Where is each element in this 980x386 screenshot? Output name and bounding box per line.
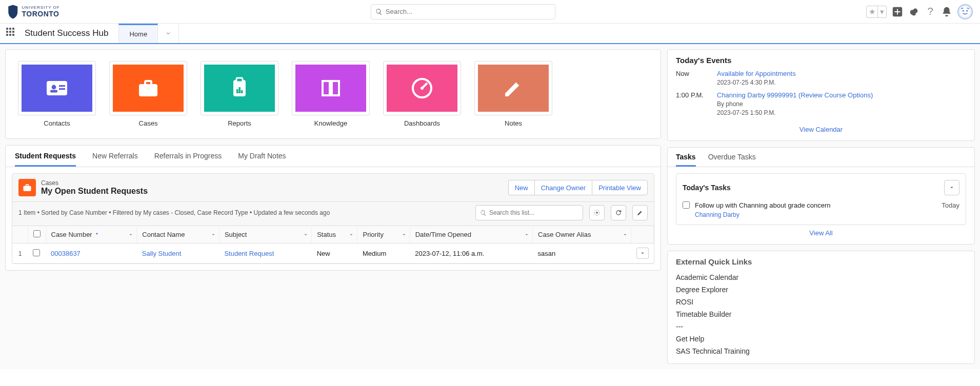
event-link[interactable]: Channing Darby 99999991 (Review Course O… xyxy=(717,91,873,99)
event-item: Now Available for Appointments 2023-07-2… xyxy=(676,70,966,86)
quick-link-divider: --- xyxy=(676,320,966,333)
col-case-number[interactable]: Case Number xyxy=(46,226,137,243)
svg-rect-17 xyxy=(238,87,241,93)
tasks-menu-button[interactable] xyxy=(944,180,959,195)
app-nav: Student Success Hub Home xyxy=(0,24,980,44)
tab-my-draft-notes[interactable]: My Draft Notes xyxy=(238,152,286,167)
tile-reports[interactable] xyxy=(201,61,278,115)
event-item: 1:00 P.M. Channing Darby 99999991 (Revie… xyxy=(676,91,966,116)
view-all-tasks-link[interactable]: View All xyxy=(809,229,832,237)
task-checkbox[interactable] xyxy=(683,201,690,209)
row-checkbox[interactable] xyxy=(33,249,40,256)
tile-label: Reports xyxy=(201,119,278,127)
quick-links-card: External Quick Links Academic Calendar D… xyxy=(667,251,975,364)
col-status[interactable]: Status xyxy=(312,226,357,243)
salesforce-setup-icon[interactable] xyxy=(908,6,919,17)
notifications-icon[interactable] xyxy=(941,6,952,17)
user-avatar[interactable] xyxy=(957,4,973,19)
org-logo[interactable]: UNIVERSITY OF TORONTO xyxy=(7,4,60,19)
event-link[interactable]: Available for Appointments xyxy=(717,70,796,77)
col-opened[interactable]: Date/Time Opened xyxy=(410,226,532,243)
task-text: Follow up with Channing about grade conc… xyxy=(695,201,936,209)
quick-link[interactable]: ROSI xyxy=(676,296,966,308)
svg-rect-16 xyxy=(236,89,238,93)
add-icon[interactable] xyxy=(892,6,903,17)
app-launcher-icon[interactable] xyxy=(6,28,17,39)
events-title: Today's Events xyxy=(676,56,966,65)
new-button[interactable]: New xyxy=(508,180,534,195)
listview-search[interactable] xyxy=(475,205,583,220)
tile-label: Notes xyxy=(474,119,552,127)
owner-cell: sasan xyxy=(533,243,631,263)
global-header: UNIVERSITY OF TORONTO ★▾ ? xyxy=(0,0,980,24)
global-search-input[interactable] xyxy=(386,8,551,15)
home-tiles: Contacts Cases Reports Knowledge Dashboa… xyxy=(5,49,661,139)
help-icon[interactable]: ? xyxy=(925,6,936,17)
task-related-link[interactable]: Channing Darby xyxy=(695,211,739,218)
org-sup: UNIVERSITY OF xyxy=(22,5,60,10)
quick-link[interactable]: Degree Explorer xyxy=(676,283,966,296)
svg-point-23 xyxy=(596,212,598,214)
change-owner-button[interactable]: Change Owner xyxy=(534,180,592,195)
svg-rect-22 xyxy=(26,185,29,186)
refresh-icon[interactable] xyxy=(611,205,626,220)
tab-student-requests[interactable]: Student Requests xyxy=(15,152,76,167)
org-name: TORONTO xyxy=(22,10,60,18)
quick-link[interactable]: SAS Technical Training xyxy=(676,345,966,357)
view-calendar-link[interactable]: View Calendar xyxy=(799,126,843,133)
listview-settings-icon[interactable] xyxy=(589,205,605,220)
svg-point-3 xyxy=(912,12,915,15)
quick-link[interactable]: Timetable Builder xyxy=(676,308,966,320)
svg-point-8 xyxy=(52,85,56,90)
tab-nav-chevron[interactable] xyxy=(158,24,179,43)
tab-home[interactable]: Home xyxy=(118,24,158,43)
tab-tasks[interactable]: Tasks xyxy=(676,153,696,167)
svg-rect-15 xyxy=(236,78,243,82)
col-subject[interactable]: Subject xyxy=(219,226,311,243)
todays-events-card: Today's Events Now Available for Appoint… xyxy=(667,49,975,141)
quick-link[interactable]: Get Help xyxy=(676,333,966,345)
tile-dashboards[interactable] xyxy=(383,61,461,115)
task-date: Today xyxy=(942,201,959,209)
tasks-card: Tasks Overdue Tasks Today's Tasks Follow… xyxy=(667,147,975,245)
col-contact-name[interactable]: Contact Name xyxy=(137,226,219,243)
sr-tabs: Student Requests New Referrals Referrals… xyxy=(6,146,661,167)
task-item: Follow up with Channing about grade conc… xyxy=(683,201,959,218)
select-all-checkbox[interactable] xyxy=(33,230,41,237)
event-time: 1:00 P.M. xyxy=(676,91,707,116)
svg-point-6 xyxy=(966,10,968,11)
tab-overdue-tasks[interactable]: Overdue Tasks xyxy=(708,153,756,167)
tile-label: Knowledge xyxy=(292,119,370,127)
printable-view-button[interactable]: Printable View xyxy=(592,180,648,195)
svg-rect-18 xyxy=(241,90,243,93)
svg-rect-10 xyxy=(59,85,65,87)
favorites-button[interactable]: ★▾ xyxy=(866,6,887,18)
contact-link[interactable]: Sally Student xyxy=(142,250,182,257)
tab-new-referrals[interactable]: New Referrals xyxy=(92,152,138,167)
tab-referrals-in-progress[interactable]: Referrals in Progress xyxy=(154,152,222,167)
case-number-link[interactable]: 00038637 xyxy=(51,250,81,257)
listview-meta: 1 Item • Sorted by Case Number • Filtere… xyxy=(18,209,330,216)
listview-search-input[interactable] xyxy=(489,209,578,216)
col-owner[interactable]: Case Owner Alias xyxy=(533,226,631,243)
quick-link[interactable]: Academic Calendar xyxy=(676,271,966,283)
opened-cell: 2023-07-12, 11:06 a.m. xyxy=(410,243,532,263)
tile-notes[interactable] xyxy=(474,61,552,115)
svg-rect-9 xyxy=(50,90,57,93)
app-name: Student Success Hub xyxy=(25,28,108,38)
subject-link[interactable]: Student Request xyxy=(224,250,274,257)
quick-links-title: External Quick Links xyxy=(676,257,966,266)
listview-title: My Open Student Requests xyxy=(41,187,503,196)
tile-knowledge[interactable] xyxy=(292,61,370,115)
tile-cases[interactable] xyxy=(109,61,187,115)
row-actions-menu[interactable] xyxy=(636,248,649,259)
edit-icon[interactable] xyxy=(632,205,648,220)
row-number: 1 xyxy=(12,243,28,263)
priority-cell: Medium xyxy=(357,243,410,263)
tile-contacts[interactable] xyxy=(18,61,96,115)
event-time: Now xyxy=(676,70,707,86)
global-search[interactable] xyxy=(371,4,555,19)
listview: Cases My Open Student Requests New Chang… xyxy=(12,173,654,264)
tile-label: Cases xyxy=(109,119,187,127)
col-priority[interactable]: Priority xyxy=(357,226,410,243)
